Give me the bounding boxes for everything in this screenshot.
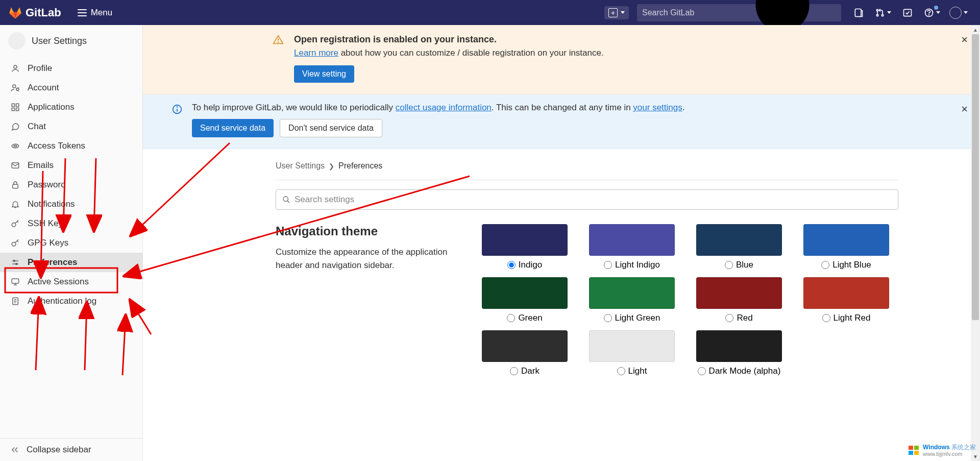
theme-radio[interactable] xyxy=(725,314,733,322)
svg-rect-19 xyxy=(13,184,18,188)
theme-option-light-red[interactable]: Light Red xyxy=(803,277,889,323)
key-icon xyxy=(10,219,20,229)
svg-rect-51 xyxy=(909,446,913,450)
settings-search[interactable] xyxy=(276,189,898,210)
learn-more-link[interactable]: Learn more xyxy=(294,48,338,58)
grid-icon xyxy=(10,102,20,112)
theme-swatches: IndigoLight IndigoBlueLight BlueGreenLig… xyxy=(482,224,898,376)
svg-rect-52 xyxy=(914,446,919,450)
avatar-icon xyxy=(949,7,962,19)
breadcrumb: User Settings❯Preferences xyxy=(276,161,898,171)
theme-swatch xyxy=(696,224,782,256)
theme-option-green[interactable]: Green xyxy=(482,277,568,323)
theme-radio[interactable] xyxy=(821,261,829,269)
hamburger-icon xyxy=(78,9,87,16)
user-icon xyxy=(10,63,20,74)
collect-usage-link[interactable]: collect usage information xyxy=(396,103,492,112)
user-menu[interactable] xyxy=(945,3,972,23)
theme-option-light-green[interactable]: Light Green xyxy=(589,277,675,323)
svg-point-10 xyxy=(13,85,16,88)
sidebar-item-active-sessions[interactable]: Active Sessions xyxy=(0,272,142,292)
scroll-up-icon[interactable]: ▲ xyxy=(971,25,980,34)
sidebar-item-authentication-log[interactable]: Authentication log xyxy=(0,292,142,311)
dont-send-service-data-button[interactable]: Don't send service data xyxy=(280,119,382,137)
monitor-icon xyxy=(10,277,20,287)
view-setting-button[interactable]: View setting xyxy=(294,65,354,83)
svg-line-39 xyxy=(287,201,289,203)
collapse-label: Collapse sidebar xyxy=(27,445,91,455)
todos-icon[interactable] xyxy=(896,3,919,23)
sidebar-item-notifications[interactable]: Notifications xyxy=(0,195,142,214)
sidebar-item-password[interactable]: Password xyxy=(0,175,142,195)
theme-option-red[interactable]: Red xyxy=(696,277,782,323)
sidebar-item-gpg-keys[interactable]: GPG Keys xyxy=(0,233,142,253)
svg-point-4 xyxy=(876,14,878,16)
sidebar-item-ssh-keys[interactable]: SSH Keys xyxy=(0,214,142,233)
help-icon[interactable] xyxy=(919,3,945,23)
theme-radio[interactable] xyxy=(507,261,516,269)
gitlab-logo-icon[interactable] xyxy=(8,6,22,20)
send-service-data-button[interactable]: Send service data xyxy=(192,119,274,137)
theme-option-dark[interactable]: Dark xyxy=(482,330,568,376)
theme-radio[interactable] xyxy=(604,261,612,269)
theme-radio[interactable] xyxy=(725,261,733,269)
menu-button[interactable]: Menu xyxy=(74,6,117,20)
theme-option-indigo[interactable]: Indigo xyxy=(482,224,568,270)
theme-option-blue[interactable]: Blue xyxy=(696,224,782,270)
merge-requests-icon[interactable] xyxy=(870,3,896,23)
theme-label: Red xyxy=(737,313,752,323)
theme-option-light-indigo[interactable]: Light Indigo xyxy=(589,224,675,270)
search-input[interactable] xyxy=(642,8,744,17)
brand-text[interactable]: GitLab xyxy=(26,6,61,19)
theme-radio[interactable] xyxy=(822,314,830,322)
search-icon xyxy=(282,196,290,204)
theme-swatch xyxy=(589,277,675,309)
theme-radio[interactable] xyxy=(698,367,706,375)
theme-radio[interactable] xyxy=(507,314,515,322)
issues-icon[interactable] xyxy=(847,3,870,23)
main-content: × Open registration is enabled on your i… xyxy=(143,25,980,461)
settings-search-input[interactable] xyxy=(295,195,892,205)
sidebar-item-chat[interactable]: Chat xyxy=(0,117,142,136)
sidebar-item-account[interactable]: Account xyxy=(0,78,142,98)
mail-icon xyxy=(10,160,20,171)
svg-point-24 xyxy=(13,260,15,262)
svg-point-20 xyxy=(12,223,16,227)
alert-title: Open registration is enabled on your ins… xyxy=(294,34,951,45)
info-icon xyxy=(172,104,183,117)
svg-point-3 xyxy=(876,9,878,11)
sidebar-item-emails[interactable]: Emails xyxy=(0,156,142,175)
chevron-down-icon xyxy=(936,11,940,14)
sidebar-item-applications[interactable]: Applications xyxy=(0,98,142,117)
sidebar-item-preferences[interactable]: Preferences xyxy=(0,253,142,272)
breadcrumb-user-settings[interactable]: User Settings xyxy=(276,161,325,170)
sidebar-item-access-tokens[interactable]: Access Tokens xyxy=(0,136,142,156)
scrollbar[interactable]: ▲ ▼ xyxy=(971,25,980,461)
sidebar-item-label: GPG Keys xyxy=(28,238,68,248)
chevron-down-icon xyxy=(964,11,968,14)
theme-swatch xyxy=(803,277,889,309)
svg-rect-2 xyxy=(855,9,861,16)
theme-option-dark-mode-alpha-[interactable]: Dark Mode (alpha) xyxy=(696,330,782,376)
svg-point-25 xyxy=(16,263,17,265)
theme-radio[interactable] xyxy=(510,367,518,375)
alert-description: Learn more about how you can customize /… xyxy=(294,48,951,58)
theme-option-light-blue[interactable]: Light Blue xyxy=(803,224,889,270)
create-new-dropdown[interactable]: + xyxy=(604,6,629,19)
svg-rect-53 xyxy=(909,451,913,455)
global-search[interactable] xyxy=(637,4,841,21)
close-icon[interactable]: × xyxy=(961,103,968,116)
watermark: Windows 系统之家 www.bjjmlv.com xyxy=(908,444,976,457)
your-settings-link[interactable]: your settings xyxy=(633,103,682,112)
sidebar-item-profile[interactable]: Profile xyxy=(0,59,142,78)
theme-radio[interactable] xyxy=(604,314,612,322)
scroll-thumb[interactable] xyxy=(972,34,979,320)
svg-rect-12 xyxy=(12,104,14,106)
theme-radio[interactable] xyxy=(617,367,625,375)
theme-option-light[interactable]: Light xyxy=(589,330,675,376)
close-icon[interactable]: × xyxy=(961,33,968,46)
chevron-right-icon: ❯ xyxy=(329,162,334,170)
breadcrumb-current: Preferences xyxy=(338,161,382,170)
top-navbar: GitLab Menu + xyxy=(0,0,980,25)
collapse-sidebar-button[interactable]: Collapse sidebar xyxy=(0,438,142,461)
